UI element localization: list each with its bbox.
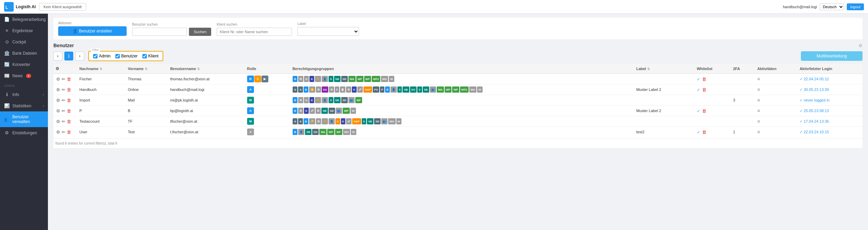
whitelist-delete-icon[interactable]: 🗑 (702, 87, 706, 92)
topbar-left: L Logisth AI Kein Klient ausgewählt (4, 2, 86, 12)
filter-klient-checkbox[interactable]: Klient (142, 54, 158, 58)
hamburger-icon[interactable]: ≡ (757, 119, 760, 124)
perm-badge: 🗑 (340, 86, 345, 93)
perm-badge: 👤 (322, 97, 328, 103)
sidebar-item-news[interactable]: 📰 News 1 (0, 70, 48, 81)
settings-icon[interactable]: ⚙ (56, 77, 60, 82)
edit-icon[interactable]: ✏ (62, 108, 65, 113)
filter-admin-checkbox[interactable]: Admin (93, 54, 111, 58)
perm-badge: WA (319, 129, 327, 135)
sidebar-item-cockpit[interactable]: ⊙ Cockpit (0, 36, 48, 48)
th-2fa: 2FA (731, 64, 755, 74)
cell-2fa (731, 74, 755, 84)
sidebar-item-einstellungen[interactable]: ⚙ Einstellungen (0, 127, 48, 138)
list-icon: ≡ (4, 28, 10, 33)
filter-box: Filter Admin Benutzer Klient (88, 51, 163, 61)
label-select[interactable] (297, 27, 359, 36)
cell-2fa (731, 106, 755, 116)
row-actions: ⚙✏🗑 (53, 95, 77, 106)
language-select[interactable]: Deutsch English (820, 3, 844, 10)
edit-icon[interactable]: ✏ (62, 119, 65, 124)
cell-label (634, 74, 695, 84)
row-actions: ⚙✏🗑 (53, 74, 77, 84)
perm-badge: SD (341, 76, 348, 82)
sidebar-item-label: Statistiken (12, 104, 31, 108)
perm-badge: SB (305, 129, 311, 135)
sidebar-item-ergebnisse[interactable]: ≡ Ergebnisse (0, 25, 48, 36)
delete-icon[interactable]: 🗑 (67, 87, 71, 92)
perm-badge: ⚙ (329, 86, 334, 93)
hamburger-icon[interactable]: ≡ (757, 129, 760, 135)
chevron-right-icon: › (43, 93, 44, 96)
settings-icon[interactable]: ⚙ (56, 119, 60, 124)
sidebar-item-konverter[interactable]: 🔄 Konverter (0, 59, 48, 70)
settings-gear-icon[interactable]: ⚙ (858, 43, 863, 48)
klient-search-input[interactable] (217, 28, 292, 36)
topbar-right: handbuch@mail.logi Deutsch English logou… (783, 3, 864, 10)
sidebar-item-belegverarbeitung[interactable]: 📄 Belegverarbeitung (0, 14, 48, 25)
hamburger-icon[interactable]: ≡ (757, 76, 760, 82)
hamburger-icon[interactable]: ≡ (757, 108, 760, 113)
edit-icon[interactable]: ✏ (62, 87, 65, 92)
cell-rolle: BS▶ (245, 74, 291, 84)
create-user-button[interactable]: 👤 Benutzer erstellen (58, 26, 127, 36)
check-icon: ✓ (697, 109, 700, 113)
delete-icon[interactable]: 🗑 (67, 98, 71, 103)
perm-badge: B (293, 108, 297, 114)
filter-benutzer-checkbox[interactable]: Benutzer (115, 54, 138, 58)
sidebar-item-info[interactable]: ℹ Info › (0, 89, 48, 100)
logout-button[interactable]: logout (847, 3, 864, 10)
th-label[interactable]: Label ⇅ (634, 64, 695, 74)
whitelist-delete-icon[interactable]: 🗑 (702, 77, 706, 82)
multibearbeitung-button[interactable]: Multibearbeitung (801, 51, 863, 61)
perm-badge: K (304, 108, 309, 114)
cell-benutzername: bp@logisth.ai (168, 106, 245, 116)
perm-badge: ⚙ (316, 86, 321, 93)
perm-badge: ⚙ (298, 76, 303, 82)
row-actions: ⚙✏🗑 (53, 116, 77, 127)
hamburger-icon[interactable]: ≡ (757, 87, 760, 92)
sidebar-item-statistiken[interactable]: 📊 Statistiken › (0, 100, 48, 111)
settings-icon[interactable]: ⚙ (56, 98, 60, 103)
sidebar-item-bank-dateien[interactable]: 🏦 Bank Dateien (0, 48, 48, 59)
th-nachname[interactable]: Nachname ⇅ (77, 64, 126, 74)
whitelist-delete-icon[interactable]: 🗑 (702, 130, 706, 135)
delete-icon[interactable]: 🗑 (67, 108, 71, 113)
edit-icon[interactable]: ✏ (62, 130, 65, 135)
delete-icon[interactable]: 🗑 (67, 130, 71, 135)
aktionen-label: Aktionen (58, 21, 127, 25)
search-button[interactable]: Suchen (189, 28, 211, 36)
settings-icon[interactable]: ⚙ (56, 108, 60, 113)
current-page-button[interactable]: 1 (64, 52, 73, 60)
th-benutzername[interactable]: Benutzername ⇅ (168, 64, 245, 74)
check-icon: ✓ (697, 87, 700, 92)
next-page-button[interactable]: › (75, 52, 84, 60)
cell-nachname: Import (77, 95, 126, 106)
filter-admin-label: Admin (99, 54, 111, 58)
hamburger-icon[interactable]: ≡ (757, 97, 760, 103)
cell-berechtigungsgruppen: B⚙GK🔒👤SSBSDWAWPWFWF2WUW (290, 74, 634, 84)
settings-icon[interactable]: ⚙ (56, 130, 60, 135)
sidebar-item-benutzer-verwalten[interactable]: 👥 Benutzer verwalten (0, 111, 48, 127)
role-badge: M (247, 97, 254, 104)
cell-login: ✓ 25.05.23 08:13 (797, 106, 863, 116)
whitelist-delete-icon[interactable]: 🗑 (702, 108, 706, 113)
no-client-button[interactable]: Kein Klient ausgewählt (39, 3, 86, 11)
delete-icon[interactable]: 🗑 (67, 77, 71, 82)
th-rolle: Rolle (245, 64, 291, 74)
edit-icon[interactable]: ✏ (62, 77, 65, 82)
edit-icon[interactable]: ✏ (62, 98, 65, 103)
perm-badge: PS (373, 86, 379, 93)
logo-icon: L (4, 2, 14, 12)
perm-badge: 🖊 (357, 86, 363, 93)
benutzer-search-input[interactable] (132, 28, 187, 36)
perm-badge: S (417, 86, 422, 93)
perm-badge: G (304, 97, 309, 103)
th-aktivlogin: Aktiv/letzter Login (797, 64, 863, 74)
th-vorname[interactable]: Vorname ⇅ (126, 64, 168, 74)
gear-icon: ⚙ (55, 66, 59, 71)
prev-page-button[interactable]: ‹ (53, 52, 62, 60)
delete-icon[interactable]: 🗑 (67, 119, 71, 124)
settings-icon[interactable]: ⚙ (56, 87, 60, 92)
perm-badge: 🔀 (309, 86, 315, 93)
